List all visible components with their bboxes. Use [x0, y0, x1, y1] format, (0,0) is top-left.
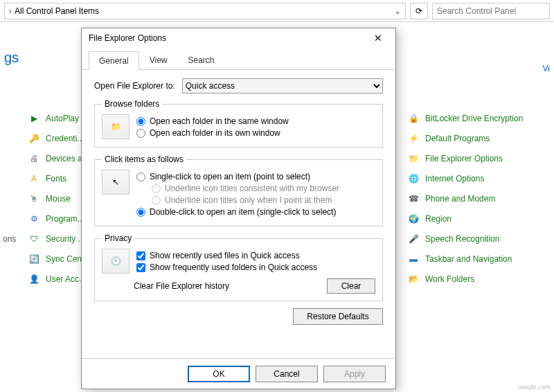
checkbox-frequent-folders[interactable]: Show frequently used folders in Quick ac…: [136, 262, 375, 272]
browse-folders-legend: Browse folders: [102, 99, 162, 109]
open-explorer-select[interactable]: Quick access: [182, 78, 383, 93]
checkbox-recent-files-input[interactable]: [136, 251, 145, 260]
ok-button[interactable]: OK: [188, 366, 250, 382]
cp-item[interactable]: 🔑Credenti...: [28, 128, 89, 148]
search-input[interactable]: [432, 3, 550, 19]
cp-item[interactable]: 🔒BitLocker Drive Encryption: [407, 108, 523, 128]
tab-general[interactable]: General: [89, 51, 139, 70]
dialog-title: File Explorer Options: [89, 33, 368, 43]
cancel-button[interactable]: Cancel: [256, 366, 318, 382]
partial-text: ons: [3, 234, 16, 244]
cp-item[interactable]: 🔄Sync Cen...: [28, 249, 89, 269]
cp-item-icon: 🛡: [28, 233, 40, 245]
cp-item-link[interactable]: File Explorer Options: [425, 154, 503, 163]
cp-item-link[interactable]: Fonts: [46, 174, 66, 184]
cp-item-icon: ⚙: [28, 213, 40, 225]
cp-item-icon: 🌍: [407, 213, 420, 225]
refresh-button[interactable]: ⟳: [410, 3, 428, 19]
cp-item-link[interactable]: Security ...: [46, 234, 85, 244]
watermark: wsxdn.com: [519, 384, 550, 391]
cursor-icon: ↖: [102, 170, 129, 195]
file-explorer-options-dialog: File Explorer Options ✕ General View Sea…: [81, 28, 396, 389]
radio-double-click-input[interactable]: [136, 208, 145, 217]
cp-item-icon: ▬: [407, 253, 420, 265]
cp-item-link[interactable]: Internet Options: [425, 174, 484, 184]
cp-item-link[interactable]: Region: [425, 214, 452, 224]
radio-underline-point-input: [152, 196, 161, 205]
refresh-icon: ⟳: [416, 6, 422, 16]
cp-item-icon: ▶: [28, 112, 40, 125]
cp-item-icon: 🔄: [28, 253, 40, 265]
cp-item-icon: 🔑: [28, 132, 40, 145]
cp-item-link[interactable]: BitLocker Drive Encryption: [425, 114, 523, 123]
tab-view[interactable]: View: [139, 51, 178, 69]
cp-item[interactable]: 🌍Region: [407, 208, 523, 229]
cp-item-link[interactable]: Default Programs: [425, 134, 490, 143]
cp-item-icon: 📁: [407, 152, 420, 165]
privacy-legend: Privacy: [102, 233, 134, 243]
cp-item-link[interactable]: Mouse: [46, 194, 71, 204]
breadcrumb[interactable]: › All Control Panel Items ⌄: [4, 3, 406, 19]
radio-underline-point: Underline icon titles only when I point …: [152, 195, 375, 205]
cp-item[interactable]: 🌐Internet Options: [407, 168, 523, 188]
privacy-group: Privacy 🕘 Show recently used files in Qu…: [94, 233, 383, 301]
restore-defaults-button[interactable]: Restore Defaults: [293, 308, 383, 325]
radio-single-click-input[interactable]: [136, 172, 145, 181]
chevron-down-icon[interactable]: ⌄: [394, 6, 401, 16]
breadcrumb-label: All Control Panel Items: [15, 6, 99, 16]
cp-item[interactable]: 🖱Mouse: [28, 188, 89, 208]
cp-item[interactable]: 🛡Security ...: [28, 229, 89, 249]
cp-item[interactable]: ⚡Default Programs: [407, 128, 523, 148]
apply-button: Apply: [323, 366, 386, 382]
cp-item-icon: A: [28, 172, 40, 185]
cp-item-icon: 🎤: [407, 233, 420, 245]
cp-item[interactable]: ▶AutoPlay: [28, 108, 89, 128]
cp-item[interactable]: 🎤Speech Recognition: [407, 229, 523, 249]
cp-item[interactable]: 📂Work Folders: [407, 269, 523, 289]
cp-item-link[interactable]: Taskbar and Navigation: [425, 254, 512, 264]
chevron-right-icon: ›: [9, 6, 12, 16]
cp-item-icon: ⚡: [407, 132, 420, 145]
cp-item-icon: 🔒: [407, 112, 420, 125]
tab-strip: General View Search: [82, 51, 395, 70]
cp-item-link[interactable]: Credenti...: [46, 134, 84, 143]
folder-window-icon: 📁: [102, 114, 129, 139]
radio-own-window[interactable]: Open each folder in its own window: [136, 128, 375, 138]
cp-item-link[interactable]: Work Folders: [425, 274, 474, 284]
partial-text: gs: [4, 50, 19, 66]
radio-underline-browser-input: [152, 184, 161, 193]
click-items-group: Click items as follows ↖ Single-click to…: [94, 154, 383, 226]
checkbox-recent-files[interactable]: Show recently used files in Quick access: [136, 251, 375, 260]
clock-folder-icon: 🕘: [102, 249, 129, 274]
cp-item-icon: 🖨: [28, 152, 40, 165]
cp-item-icon: ☎: [407, 193, 420, 205]
cp-item[interactable]: ▬Taskbar and Navigation: [407, 249, 523, 269]
cp-item-link[interactable]: AutoPlay: [46, 114, 79, 123]
radio-double-click[interactable]: Double-click to open an item (single-cli…: [136, 207, 375, 217]
cp-item[interactable]: 👤User Acc...: [28, 269, 89, 289]
radio-same-window-input[interactable]: [136, 117, 145, 126]
cp-item[interactable]: 🖨Devices a...: [28, 148, 89, 168]
radio-same-window[interactable]: Open each folder in the same window: [136, 116, 375, 126]
click-items-legend: Click items as follows: [102, 154, 186, 164]
cp-item[interactable]: ⚙Program...: [28, 208, 89, 229]
cp-item-icon: 👤: [28, 273, 40, 285]
clear-history-label: Clear File Explorer history: [134, 281, 229, 291]
cp-item-link[interactable]: Program...: [46, 214, 84, 224]
browse-folders-group: Browse folders 📁 Open each folder in the…: [94, 99, 383, 148]
cp-item[interactable]: 📁File Explorer Options: [407, 148, 523, 168]
cp-item-link[interactable]: Phone and Modem: [425, 194, 495, 204]
cp-item-icon: 📂: [407, 273, 420, 285]
partial-text[interactable]: Vi: [543, 64, 550, 73]
cp-item-link[interactable]: User Acc...: [46, 274, 86, 284]
cp-item[interactable]: ☎Phone and Modem: [407, 188, 523, 208]
close-button[interactable]: ✕: [368, 33, 388, 44]
radio-own-window-input[interactable]: [136, 129, 145, 138]
open-explorer-label: Open File Explorer to:: [94, 81, 175, 91]
cp-item-link[interactable]: Speech Recognition: [425, 234, 499, 244]
clear-button[interactable]: Clear: [327, 278, 375, 294]
tab-search[interactable]: Search: [178, 51, 225, 69]
checkbox-frequent-folders-input[interactable]: [136, 263, 145, 272]
cp-item[interactable]: AFonts: [28, 168, 89, 188]
radio-single-click[interactable]: Single-click to open an item (point to s…: [136, 172, 375, 181]
